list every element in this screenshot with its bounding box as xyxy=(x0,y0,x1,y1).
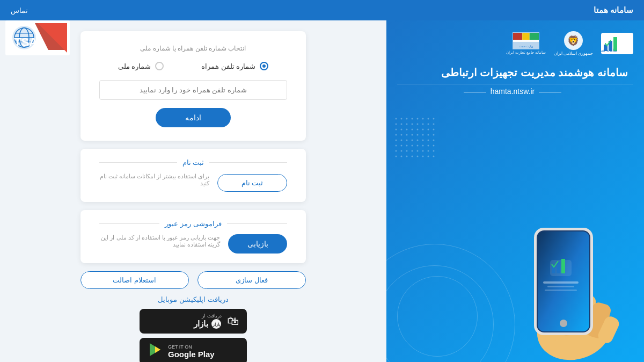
svg-rect-32 xyxy=(557,262,560,273)
authenticity-button[interactable]: استعلام اصالت xyxy=(80,271,189,289)
phone-illustration xyxy=(504,201,633,362)
register-desc: برای استفاده بیشتر از امکانات سامانه ثبت… xyxy=(99,173,209,187)
top-right-logo: TSA xyxy=(5,20,70,55)
bazaar-small-label: دریافت از xyxy=(202,313,222,318)
bazaar-button[interactable]: 🛍 دریافت از بازار بازار xyxy=(140,309,247,334)
google-play-button[interactable]: GET IT ON Google Play xyxy=(140,338,247,362)
deco-circle-3 xyxy=(397,276,478,357)
continue-button[interactable]: ادامه xyxy=(156,108,231,127)
forgot-row: بازیابی جهت بازیابی رمز عبور با استفاده … xyxy=(99,234,287,254)
google-play-text: GET IT ON Google Play xyxy=(168,344,215,359)
register-section-label: ثبت نام xyxy=(182,158,204,166)
radio-national-option[interactable]: شماره ملی xyxy=(118,62,164,70)
forgot-section-label: فراموشی رمز عبور xyxy=(165,220,221,228)
bazaar-text: دریافت از بازار بازار xyxy=(194,313,222,329)
navbar-contact[interactable]: تماس xyxy=(11,6,28,15)
svg-text:بازار: بازار xyxy=(212,322,220,327)
forgot-button[interactable]: بازیابی xyxy=(228,234,287,254)
navbar-brand: سامانه همتا xyxy=(594,5,633,15)
app-download-title: دریافت اپلیکیشن موبایل xyxy=(80,295,306,303)
svg-rect-36 xyxy=(545,289,577,291)
forgot-desc: جهت بازیابی رمز عبور با استفاده از کد مل… xyxy=(99,234,220,248)
radio-mobile-circle xyxy=(260,62,268,70)
svg-text:سامانه همتا: سامانه همتا xyxy=(601,48,617,53)
dot-pattern xyxy=(394,117,437,160)
form-title: انتخاب شماره تلفن همراه یا شماره ملی xyxy=(99,45,287,52)
google-play-small-label: GET IT ON xyxy=(168,344,192,350)
logos-row: سامانه همتا 🦁 جمهوری اسلامی ایران xyxy=(506,31,633,56)
forgot-card: فراموشی رمز عبور بازیابی جهت بازیابی رمز… xyxy=(80,210,306,263)
main-content: سامانه همتا 🦁 جمهوری اسلامی ایران xyxy=(0,20,644,362)
radio-national-label: شماره ملی xyxy=(118,62,151,70)
bottom-actions: فعال سازی استعلام اصالت xyxy=(80,271,306,289)
hamta-logo: سامانه همتا xyxy=(601,33,633,54)
bazaar-logo-icon: بازار xyxy=(211,318,222,329)
left-panel-title: سامانه هوشمند مدیریت تجهیزات ارتباطی xyxy=(441,64,633,81)
svg-marker-46 xyxy=(155,346,160,353)
phone-input[interactable] xyxy=(99,80,287,100)
svg-rect-33 xyxy=(561,259,565,273)
bazaar-icon: 🛍 xyxy=(227,314,239,328)
forgot-divider: فراموشی رمز عبور xyxy=(99,220,287,228)
svg-rect-18 xyxy=(529,33,538,40)
radio-mobile-label: شماره تلفن همراه xyxy=(201,62,255,70)
ministry-logo: وزارت صمت سامانه جامع تجارت ایران xyxy=(506,32,546,55)
left-panel-url: ——— hamta.ntsw.ir ——— xyxy=(397,84,633,96)
svg-rect-17 xyxy=(522,33,529,40)
navbar: سامانه همتا تماس xyxy=(0,0,644,20)
left-panel: سامانه همتا 🦁 جمهوری اسلامی ایران xyxy=(386,20,644,362)
svg-rect-34 xyxy=(543,281,579,284)
radio-national-circle xyxy=(155,62,164,70)
radio-mobile-option[interactable]: شماره تلفن همراه xyxy=(201,62,268,70)
svg-rect-35 xyxy=(547,286,574,287)
svg-point-37 xyxy=(560,320,567,327)
activate-button[interactable]: فعال سازی xyxy=(197,271,306,289)
register-button[interactable]: ثبت نام xyxy=(217,174,287,192)
register-row: ثبت نام برای استفاده بیشتر از امکانات سا… xyxy=(99,173,287,192)
radio-group: شماره تلفن همراه شماره ملی xyxy=(99,62,287,70)
google-play-icon xyxy=(148,342,163,360)
bazaar-large-label: بازار بازار xyxy=(194,318,222,329)
svg-text:TSA: TSA xyxy=(14,35,38,49)
app-download-section: دریافت اپلیکیشن موبایل 🛍 دریافت از بازار… xyxy=(80,295,306,362)
register-card: ثبت نام ثبت نام برای استفاده بیشتر از ام… xyxy=(80,149,306,202)
svg-rect-16 xyxy=(513,33,522,40)
google-play-large-label: Google Play xyxy=(168,350,215,359)
right-panel: انتخاب شماره تلفن همراه یا شماره ملی شما… xyxy=(0,20,386,362)
gov-logo: 🦁 جمهوری اسلامی ایران xyxy=(554,31,593,56)
register-divider: ثبت نام xyxy=(99,158,287,166)
login-card: انتخاب شماره تلفن همراه یا شماره ملی شما… xyxy=(80,31,306,141)
svg-rect-39 xyxy=(394,117,437,160)
